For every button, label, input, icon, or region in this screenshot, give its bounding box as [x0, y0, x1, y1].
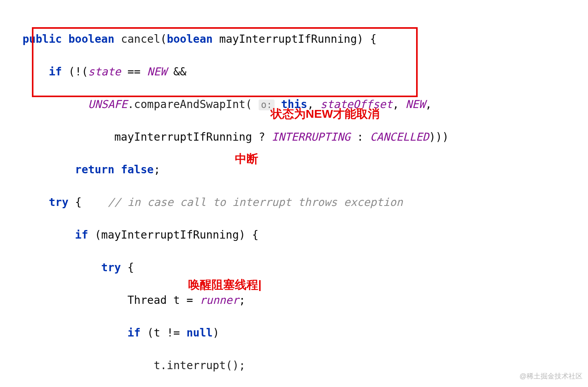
code-line: mayInterruptIfRunning ? INTERRUPTING : C…: [23, 129, 588, 145]
kw-if: if: [75, 228, 88, 241]
type-thread: Thread: [128, 294, 167, 307]
kw-try: try: [49, 196, 68, 209]
comment: // in case call to interrupt throws exce…: [108, 196, 403, 209]
field-state: state: [88, 65, 121, 78]
paren: ) {: [357, 33, 377, 45]
method-name: cancel: [121, 33, 160, 45]
const-cancelled: CANCELLED: [370, 131, 429, 143]
kw-if: if: [49, 65, 62, 78]
code-line: Thread t = runner;: [23, 292, 588, 309]
kw-if: if: [128, 326, 141, 339]
field-runner: runner: [200, 294, 239, 307]
code-line: return false;: [23, 162, 588, 178]
unsafe: UNSAFE: [88, 98, 128, 111]
code-line: if (!(state == NEW &&: [23, 64, 588, 80]
code-line: try {: [23, 260, 588, 276]
const-interrupting: INTERRUPTING: [272, 131, 350, 143]
code-line: if (t != null): [23, 325, 588, 341]
kw-try: try: [101, 261, 121, 274]
paren: (: [160, 33, 167, 45]
const-new: NEW: [406, 98, 425, 111]
code-block: public boolean cancel(boolean mayInterru…: [0, 0, 588, 387]
kw-boolean: boolean: [68, 33, 114, 45]
code-line: if (mayInterruptIfRunning) {: [23, 227, 588, 243]
watermark: @稀土掘金技术社区: [520, 371, 583, 382]
interrupt-call: t.interrupt();: [154, 359, 245, 372]
kw-null: null: [186, 326, 212, 339]
kw-boolean: boolean: [167, 33, 213, 45]
compare-and-swap: .compareAndSwapInt(: [128, 98, 252, 111]
annotation-interrupt: 中断: [235, 150, 258, 167]
arg: mayInterruptIfRunning: [101, 228, 239, 241]
code-line: public boolean cancel(boolean mayInterru…: [23, 31, 588, 47]
var-t: t: [173, 294, 180, 307]
const-new: NEW: [147, 65, 167, 78]
kw-false: false: [121, 163, 154, 176]
param-name: mayInterruptIfRunning: [219, 33, 357, 45]
kw-public: public: [23, 33, 62, 45]
code-line: t.interrupt();: [23, 357, 588, 374]
arg: mayInterruptIfRunning: [114, 131, 252, 143]
annotation-wake: 唤醒阻塞线程|: [188, 276, 261, 293]
annotation-new-state: 状态为NEW才能取消: [271, 105, 380, 122]
code-line: try { // in case call to interrupt throw…: [23, 194, 588, 211]
kw-return: return: [75, 163, 114, 176]
